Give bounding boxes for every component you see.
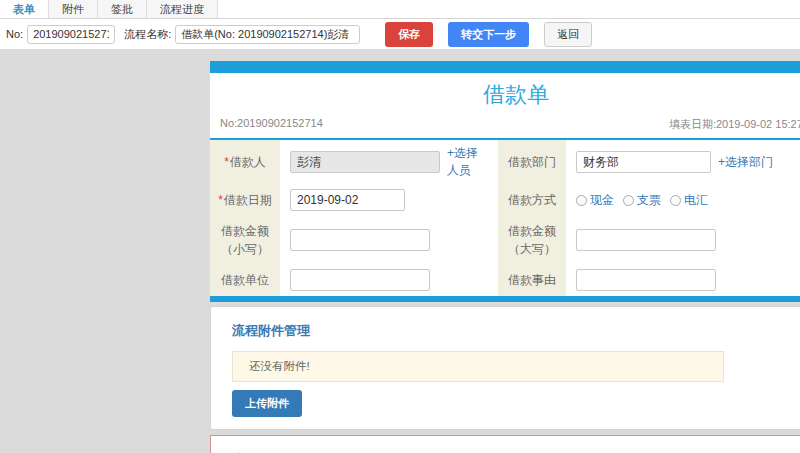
tab-progress[interactable]: 流程进度 xyxy=(147,0,218,18)
loan-date-label: *借款日期 xyxy=(210,184,280,216)
attachments-panel: 流程附件管理 还没有附件! 上传附件 xyxy=(210,306,800,430)
attachments-heading: 流程附件管理 xyxy=(232,322,800,340)
save-button[interactable]: 保存 xyxy=(385,22,433,47)
upload-attachment-button[interactable]: 上传附件 xyxy=(232,390,302,417)
radio-wire[interactable]: 电汇 xyxy=(670,192,708,209)
form-date-text: 填表日期:2019-09-02 15:27:1 xyxy=(669,117,800,132)
back-button[interactable]: 返回 xyxy=(544,22,592,47)
form-top-bar xyxy=(210,61,800,73)
tab-bar: 表单 附件 签批 流程进度 xyxy=(0,0,800,19)
amount-big-field xyxy=(566,216,800,264)
radio-icon xyxy=(576,195,587,206)
tab-form[interactable]: 表单 xyxy=(0,0,49,18)
required-marker: * xyxy=(224,155,229,169)
toolbar: No: 流程名称: 保存 转交下一步 返回 xyxy=(0,19,800,49)
tab-attachments[interactable]: 附件 xyxy=(49,0,98,18)
approval-panel: 流程签批意见 B I abc xyxy=(210,435,800,453)
form-title: 借款单 xyxy=(210,73,800,115)
main-content: 借款单 No:20190902152714 填表日期:2019-09-02 15… xyxy=(0,49,800,453)
radio-icon xyxy=(623,195,634,206)
amount-small-input[interactable] xyxy=(290,229,430,251)
amount-small-label: 借款金额（小写） xyxy=(210,216,280,264)
loan-form-panel: 借款单 No:20190902152714 填表日期:2019-09-02 15… xyxy=(210,61,800,302)
radio-icon xyxy=(670,195,681,206)
process-name-input[interactable] xyxy=(175,25,360,44)
borrower-input[interactable] xyxy=(290,151,440,173)
tab-approval[interactable]: 签批 xyxy=(98,0,147,18)
amount-big-input[interactable] xyxy=(576,229,716,251)
loan-date-input[interactable] xyxy=(290,189,405,211)
form-grid: *借款人 +选择人员 借款部门 +选择部门 *借款日期 借款方式 xyxy=(210,140,800,296)
reason-label: 借款事由 xyxy=(498,264,566,296)
transfer-next-button[interactable]: 转交下一步 xyxy=(448,22,529,47)
dept-input[interactable] xyxy=(576,151,711,173)
select-person-link[interactable]: +选择人员 xyxy=(447,145,488,179)
no-attachments-alert: 还没有附件! xyxy=(232,351,724,382)
process-name-label: 流程名称: xyxy=(124,27,171,42)
reason-input[interactable] xyxy=(576,269,716,291)
radio-cash[interactable]: 现金 xyxy=(576,192,614,209)
borrower-label: *借款人 xyxy=(210,140,280,184)
select-dept-link[interactable]: +选择部门 xyxy=(718,154,773,171)
radio-cheque[interactable]: 支票 xyxy=(623,192,661,209)
method-field: 现金 支票 电汇 xyxy=(566,184,800,216)
form-header: No:20190902152714 填表日期:2019-09-02 15:27:… xyxy=(210,115,800,140)
dept-field: +选择部门 xyxy=(566,140,800,184)
unit-label: 借款单位 xyxy=(210,264,280,296)
required-marker: * xyxy=(218,193,223,207)
no-label: No: xyxy=(6,28,23,40)
amount-big-label: 借款金额（大写） xyxy=(498,216,566,264)
method-label: 借款方式 xyxy=(498,184,566,216)
form-no-text: No:20190902152714 xyxy=(220,117,323,132)
borrower-field: +选择人员 xyxy=(280,140,498,184)
unit-input[interactable] xyxy=(290,269,430,291)
no-input[interactable] xyxy=(27,25,115,44)
unit-field xyxy=(280,264,498,296)
amount-small-field xyxy=(280,216,498,264)
loan-date-field xyxy=(280,184,498,216)
dept-label: 借款部门 xyxy=(498,140,566,184)
reason-field xyxy=(566,264,800,296)
